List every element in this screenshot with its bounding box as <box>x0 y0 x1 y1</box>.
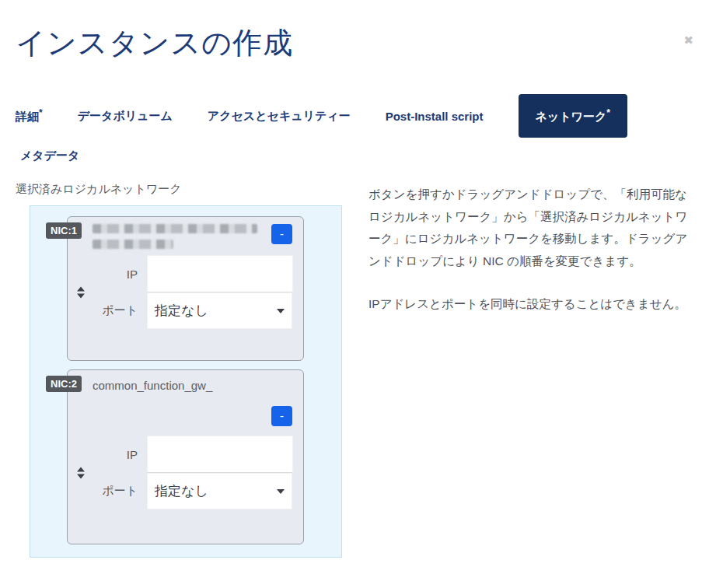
nic1-port-row: ポート 指定なし <box>79 292 292 329</box>
chevron-down-icon <box>277 309 285 313</box>
tab-data-volume[interactable]: データボリューム <box>78 96 173 137</box>
nic1-header: - <box>79 224 292 255</box>
nic2-drag-handle-icon[interactable] <box>75 467 86 478</box>
nic2-ip-row: IP <box>79 436 292 473</box>
tab-network-label: ネットワーク <box>536 110 607 123</box>
nic2-ip-input[interactable] <box>147 436 293 473</box>
nic1-form: IP ポート 指定なし <box>79 255 292 329</box>
nic2-network-name: common_function_gw_ <box>79 377 292 392</box>
nic-card-1[interactable]: NIC:1 - IP <box>67 216 304 361</box>
help-paragraph-1: ボタンを押すかドラッグアンドドロップで、「利用可能なロジカルネットワーク」から「… <box>368 184 693 273</box>
tab-post-install-script-label: Post-Install script <box>386 110 484 123</box>
nic1-ip-label: IP <box>79 268 147 281</box>
page-title: インスタンスの作成 <box>16 23 709 63</box>
nic1-remove-button[interactable]: - <box>271 224 292 244</box>
selected-networks-column: 選択済みロジカルネットワーク NIC:1 - <box>16 182 344 558</box>
chevron-down-icon <box>277 489 285 494</box>
tab-details-label: 詳細 <box>16 110 39 123</box>
tab-network[interactable]: ネットワーク* <box>519 94 627 138</box>
nic1-drag-handle-icon[interactable] <box>75 286 86 298</box>
required-asterisk: * <box>606 107 610 118</box>
close-icon[interactable]: ✖ <box>683 34 693 46</box>
create-instance-dialog: ✖ インスタンスの作成 詳細* データボリューム アクセスとセキュリティー Po… <box>0 23 709 588</box>
nic-card-2[interactable]: NIC:2 common_function_gw_ - IP <box>67 369 304 544</box>
nic1-ip-row: IP <box>79 255 292 292</box>
nic2-header: common_function_gw_ <box>79 377 292 392</box>
nic2-button-row: - <box>79 406 292 426</box>
nic2-remove-button[interactable]: - <box>271 406 292 426</box>
nic1-port-value: 指定なし <box>155 302 208 320</box>
selected-networks-dropzone[interactable]: NIC:1 - IP <box>30 205 342 558</box>
selected-networks-label: 選択済みロジカルネットワーク <box>16 182 344 197</box>
nic1-port-select[interactable]: 指定なし <box>147 292 292 329</box>
required-asterisk: * <box>39 107 43 118</box>
nic1-badge: NIC:1 <box>46 222 82 239</box>
nic2-port-value: 指定なし <box>155 482 208 500</box>
nic2-form: IP ポート 指定なし <box>79 436 292 509</box>
tab-details[interactable]: 詳細* <box>16 94 43 138</box>
tab-metadata[interactable]: メタデータ <box>16 138 79 171</box>
nic2-port-row: ポート 指定なし <box>79 473 292 509</box>
tab-access-security[interactable]: アクセスとセキュリティー <box>208 96 351 137</box>
tab-bar: 詳細* データボリューム アクセスとセキュリティー Post-Install s… <box>16 94 693 171</box>
nic1-network-name-redacted <box>79 224 271 255</box>
network-tab-content: 選択済みロジカルネットワーク NIC:1 - <box>16 182 693 558</box>
nic2-port-label: ポート <box>79 484 147 499</box>
tab-access-security-label: アクセスとセキュリティー <box>208 109 351 122</box>
nic1-ip-input[interactable] <box>147 255 293 292</box>
nic2-ip-label: IP <box>79 448 147 461</box>
nic2-port-select[interactable]: 指定なし <box>147 473 292 509</box>
help-paragraph-2: IPアドレスとポートを同時に設定することはできません。 <box>368 293 693 316</box>
tab-post-install-script[interactable]: Post-Install script <box>386 96 484 136</box>
help-text-column: ボタンを押すかドラッグアンドドロップで、「利用可能なロジカルネットワーク」から「… <box>368 182 693 335</box>
tab-data-volume-label: データボリューム <box>78 109 173 122</box>
tab-metadata-label: メタデータ <box>20 149 79 162</box>
nic1-port-label: ポート <box>79 303 147 318</box>
nic2-badge: NIC:2 <box>46 376 82 392</box>
